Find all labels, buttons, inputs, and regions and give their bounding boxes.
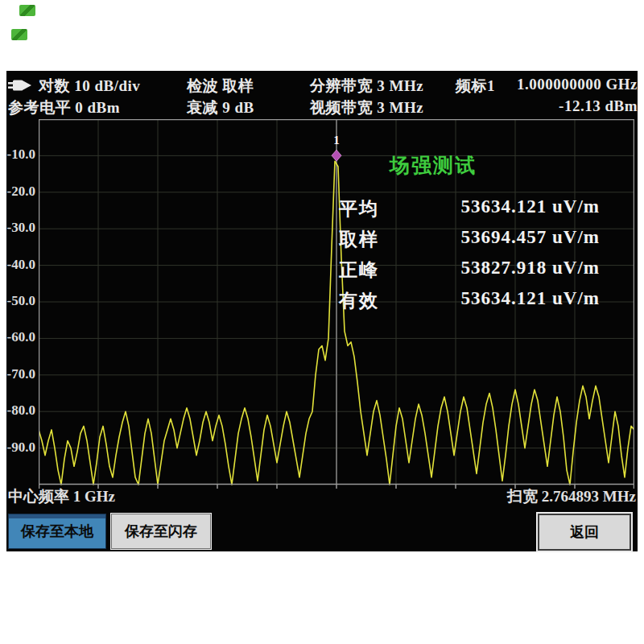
ref-level-readout: 参考电平 0 dBm	[8, 97, 120, 118]
meas-row-label: 正峰	[339, 258, 379, 283]
green-mark-icon	[11, 29, 27, 40]
y-axis-label: -40.0	[0, 257, 35, 273]
attenuation-readout: 衰减 9 dB	[187, 97, 254, 118]
scale-readout: 对数 10 dB/div	[39, 76, 140, 97]
rbw-readout: 分辨带宽 3 MHz	[310, 76, 423, 97]
marker-ampl-readout: -12.13 dBm	[559, 97, 638, 115]
meas-row-value: 53634.121 uV/m	[461, 288, 600, 309]
meas-row-value: 53634.121 uV/m	[461, 196, 600, 217]
save-to-local-button[interactable]: 保存至本地	[8, 514, 106, 549]
y-axis-label: -90.0	[0, 440, 35, 456]
green-mark-icon	[19, 5, 35, 16]
y-axis-label: -60.0	[0, 329, 35, 345]
meas-row-value: 53827.918 uV/m	[461, 258, 600, 279]
meas-row-label: 平均	[339, 196, 379, 221]
detector-readout: 检波 取样	[187, 76, 254, 97]
y-axis-label: -50.0	[0, 293, 35, 309]
meas-row-value: 53694.457 uV/m	[461, 227, 600, 248]
span-readout: 扫宽 2.764893 MHz	[507, 486, 636, 507]
marker-freq-readout: 1.000000000 GHz	[517, 76, 638, 93]
meas-row-label: 有效	[339, 288, 379, 313]
plug-arrow-icon	[8, 77, 34, 97]
y-axis-label: -80.0	[0, 402, 35, 419]
vbw-readout: 视频带宽 3 MHz	[310, 97, 423, 118]
marker-diamond	[332, 150, 341, 161]
measurement-title: 场强测试	[390, 152, 477, 179]
y-axis-label: -10.0	[0, 147, 35, 163]
center-frequency-readout: 中心频率 1 GHz	[8, 486, 115, 507]
y-axis-label: -70.0	[0, 366, 35, 382]
save-to-flash-button[interactable]: 保存至闪存	[111, 514, 211, 549]
return-button[interactable]: 返回	[538, 514, 631, 551]
y-axis-label: -30.0	[0, 220, 35, 236]
meas-row-label: 取样	[339, 227, 379, 252]
marker-id-readout: 频标1	[456, 76, 495, 97]
marker-number-label: 1	[333, 134, 340, 147]
y-axis-label: -20.0	[0, 184, 35, 200]
